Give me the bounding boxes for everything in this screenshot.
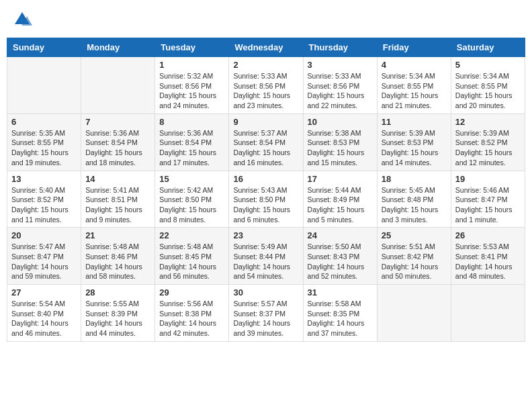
day-number: 17 [308,174,373,184]
day-number: 14 [85,174,150,184]
calendar-cell: 26Sunrise: 5:53 AMSunset: 8:41 PMDayligh… [451,228,525,285]
day-detail: Sunrise: 5:58 AMSunset: 8:35 PMDaylight:… [308,299,373,338]
day-number: 27 [11,287,77,298]
day-number: 7 [85,117,150,127]
calendar-week-row: 6Sunrise: 5:35 AMSunset: 8:55 PMDaylight… [7,113,525,171]
calendar-cell: 10Sunrise: 5:38 AMSunset: 8:53 PMDayligh… [303,113,377,171]
day-number: 24 [308,230,373,240]
calendar-cell: 29Sunrise: 5:56 AMSunset: 8:38 PMDayligh… [155,285,229,342]
day-of-week-header: Monday [81,38,155,57]
day-detail: Sunrise: 5:48 AMSunset: 8:46 PMDaylight:… [85,242,150,281]
day-number: 30 [233,287,298,298]
calendar-cell: 16Sunrise: 5:43 AMSunset: 8:50 PMDayligh… [229,171,303,228]
day-detail: Sunrise: 5:34 AMSunset: 8:55 PMDaylight:… [455,71,521,111]
calendar-cell: 13Sunrise: 5:40 AMSunset: 8:52 PMDayligh… [7,171,81,228]
calendar-cell: 30Sunrise: 5:57 AMSunset: 8:37 PMDayligh… [229,285,303,342]
day-number: 25 [382,230,447,240]
day-number: 13 [11,174,77,184]
calendar-week-row: 27Sunrise: 5:54 AMSunset: 8:40 PMDayligh… [7,285,525,342]
calendar-cell: 4Sunrise: 5:34 AMSunset: 8:55 PMDaylight… [377,57,451,114]
calendar-cell: 8Sunrise: 5:36 AMSunset: 8:54 PMDaylight… [155,113,229,171]
day-detail: Sunrise: 5:51 AMSunset: 8:42 PMDaylight:… [382,242,447,281]
day-detail: Sunrise: 5:47 AMSunset: 8:47 PMDaylight:… [11,242,77,281]
day-number: 3 [308,60,373,70]
calendar-cell: 1Sunrise: 5:32 AMSunset: 8:56 PMDaylight… [155,57,229,114]
calendar-cell: 7Sunrise: 5:36 AMSunset: 8:54 PMDaylight… [81,113,155,171]
day-number: 5 [455,60,521,70]
day-detail: Sunrise: 5:38 AMSunset: 8:53 PMDaylight:… [308,128,373,168]
calendar-cell: 22Sunrise: 5:48 AMSunset: 8:45 PMDayligh… [155,228,229,285]
calendar-cell: 3Sunrise: 5:33 AMSunset: 8:56 PMDaylight… [303,57,377,114]
logo-icon [12,9,32,30]
day-detail: Sunrise: 5:36 AMSunset: 8:54 PMDaylight:… [159,128,224,168]
calendar-cell: 17Sunrise: 5:44 AMSunset: 8:49 PMDayligh… [303,171,377,228]
day-detail: Sunrise: 5:57 AMSunset: 8:37 PMDaylight:… [233,299,298,338]
day-detail: Sunrise: 5:42 AMSunset: 8:50 PMDaylight:… [159,185,224,225]
day-detail: Sunrise: 5:48 AMSunset: 8:45 PMDaylight:… [159,242,224,281]
calendar-cell: 15Sunrise: 5:42 AMSunset: 8:50 PMDayligh… [155,171,229,228]
day-number: 4 [382,60,447,70]
day-detail: Sunrise: 5:40 AMSunset: 8:52 PMDaylight:… [11,185,77,225]
calendar-cell: 12Sunrise: 5:39 AMSunset: 8:52 PMDayligh… [451,113,525,171]
day-number: 28 [85,287,150,298]
day-of-week-header: Saturday [451,38,525,57]
calendar-cell: 2Sunrise: 5:33 AMSunset: 8:56 PMDaylight… [229,57,303,114]
logo [12,9,34,30]
day-number: 10 [308,117,373,127]
day-detail: Sunrise: 5:53 AMSunset: 8:41 PMDaylight:… [455,242,521,281]
day-of-week-header: Tuesday [155,38,229,57]
day-of-week-header: Thursday [303,38,377,57]
day-detail: Sunrise: 5:36 AMSunset: 8:54 PMDaylight:… [85,128,150,168]
calendar-cell: 6Sunrise: 5:35 AMSunset: 8:55 PMDaylight… [7,113,81,171]
calendar-cell: 27Sunrise: 5:54 AMSunset: 8:40 PMDayligh… [7,285,81,342]
day-number: 21 [85,230,150,240]
calendar-cell: 20Sunrise: 5:47 AMSunset: 8:47 PMDayligh… [7,228,81,285]
calendar-week-row: 13Sunrise: 5:40 AMSunset: 8:52 PMDayligh… [7,171,525,228]
calendar-cell [377,285,451,342]
day-number: 15 [159,174,224,184]
calendar-cell: 19Sunrise: 5:46 AMSunset: 8:47 PMDayligh… [451,171,525,228]
day-of-week-header: Friday [377,38,451,57]
day-number: 2 [233,60,298,70]
day-number: 9 [233,117,298,127]
day-number: 6 [11,117,77,127]
day-number: 8 [159,117,224,127]
day-number: 18 [382,174,447,184]
day-detail: Sunrise: 5:33 AMSunset: 8:56 PMDaylight:… [233,71,298,111]
day-detail: Sunrise: 5:46 AMSunset: 8:47 PMDaylight:… [455,185,521,225]
day-detail: Sunrise: 5:34 AMSunset: 8:55 PMDaylight:… [382,71,447,111]
page-header [7,7,525,32]
day-detail: Sunrise: 5:55 AMSunset: 8:39 PMDaylight:… [85,299,150,338]
calendar-cell: 24Sunrise: 5:50 AMSunset: 8:43 PMDayligh… [303,228,377,285]
calendar-cell: 21Sunrise: 5:48 AMSunset: 8:46 PMDayligh… [81,228,155,285]
calendar-cell [7,57,81,114]
day-detail: Sunrise: 5:45 AMSunset: 8:48 PMDaylight:… [382,185,447,225]
day-detail: Sunrise: 5:39 AMSunset: 8:52 PMDaylight:… [455,128,521,168]
day-of-week-header: Wednesday [229,38,303,57]
day-detail: Sunrise: 5:44 AMSunset: 8:49 PMDaylight:… [308,185,373,225]
day-number: 26 [455,230,521,240]
calendar-cell [451,285,525,342]
day-detail: Sunrise: 5:54 AMSunset: 8:40 PMDaylight:… [11,299,77,338]
day-detail: Sunrise: 5:39 AMSunset: 8:53 PMDaylight:… [382,128,447,168]
calendar-cell: 28Sunrise: 5:55 AMSunset: 8:39 PMDayligh… [81,285,155,342]
day-number: 29 [159,287,224,298]
calendar-cell: 9Sunrise: 5:37 AMSunset: 8:54 PMDaylight… [229,113,303,171]
day-number: 23 [233,230,298,240]
calendar-week-row: 20Sunrise: 5:47 AMSunset: 8:47 PMDayligh… [7,228,525,285]
day-detail: Sunrise: 5:35 AMSunset: 8:55 PMDaylight:… [11,128,77,168]
day-of-week-header: Sunday [7,38,81,57]
day-number: 19 [455,174,521,184]
calendar-cell: 11Sunrise: 5:39 AMSunset: 8:53 PMDayligh… [377,113,451,171]
day-detail: Sunrise: 5:41 AMSunset: 8:51 PMDaylight:… [85,185,150,225]
day-number: 20 [11,230,77,240]
day-number: 22 [159,230,224,240]
day-detail: Sunrise: 5:37 AMSunset: 8:54 PMDaylight:… [233,128,298,168]
day-detail: Sunrise: 5:56 AMSunset: 8:38 PMDaylight:… [159,299,224,338]
calendar-cell: 18Sunrise: 5:45 AMSunset: 8:48 PMDayligh… [377,171,451,228]
calendar-cell: 14Sunrise: 5:41 AMSunset: 8:51 PMDayligh… [81,171,155,228]
calendar-cell: 5Sunrise: 5:34 AMSunset: 8:55 PMDaylight… [451,57,525,114]
day-detail: Sunrise: 5:50 AMSunset: 8:43 PMDaylight:… [308,242,373,281]
day-detail: Sunrise: 5:32 AMSunset: 8:56 PMDaylight:… [159,71,224,111]
day-number: 16 [233,174,298,184]
